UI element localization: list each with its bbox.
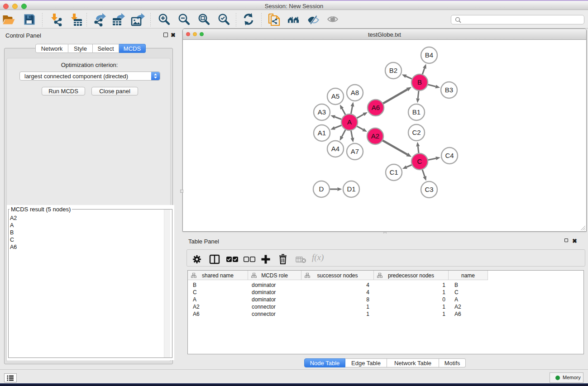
- svg-text:A5: A5: [331, 92, 339, 100]
- svg-text:A: A: [347, 118, 352, 126]
- svg-text:A2: A2: [371, 132, 379, 140]
- svg-text:A3: A3: [318, 108, 326, 116]
- svg-text:A7: A7: [351, 148, 359, 155]
- svg-text:C: C: [417, 157, 422, 165]
- svg-text:B: B: [417, 78, 422, 86]
- svg-text:D1: D1: [347, 185, 355, 193]
- svg-text:C2: C2: [412, 129, 421, 136]
- svg-text:B2: B2: [389, 67, 397, 74]
- svg-text:C3: C3: [425, 186, 433, 193]
- svg-text:B1: B1: [412, 108, 421, 116]
- svg-text:C1: C1: [389, 168, 398, 176]
- svg-text:A1: A1: [318, 129, 326, 137]
- svg-text:A8: A8: [351, 89, 359, 96]
- svg-text:B4: B4: [425, 51, 433, 59]
- svg-text:C4: C4: [445, 152, 454, 159]
- svg-text:A6: A6: [372, 104, 380, 111]
- svg-text:A4: A4: [331, 145, 339, 152]
- svg-text:B3: B3: [445, 86, 453, 94]
- svg-text:D: D: [319, 185, 324, 193]
